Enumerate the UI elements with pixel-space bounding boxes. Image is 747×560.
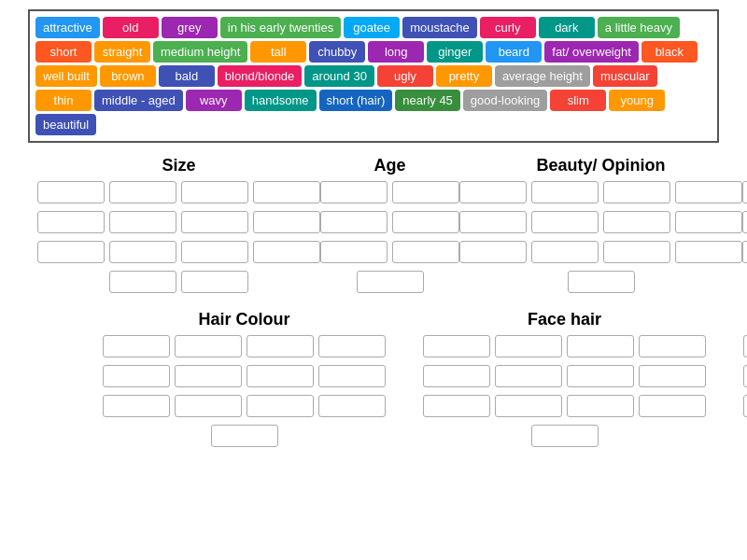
drop-cell[interactable]: [109, 271, 176, 293]
drop-cell[interactable]: [320, 241, 388, 263]
drop-cell[interactable]: [109, 211, 176, 233]
drop-cell[interactable]: [675, 211, 742, 233]
drop-cell[interactable]: [495, 335, 562, 357]
word-chip[interactable]: long: [368, 41, 424, 63]
drop-cell[interactable]: [211, 425, 278, 447]
drop-cell[interactable]: [531, 425, 599, 447]
drop-cell[interactable]: [37, 181, 105, 203]
word-chip[interactable]: tall: [250, 41, 306, 63]
word-chip[interactable]: average height: [495, 65, 590, 87]
word-chip[interactable]: well built: [35, 65, 97, 87]
word-chip[interactable]: beard: [486, 41, 542, 63]
word-chip[interactable]: around 30: [304, 65, 374, 87]
drop-cell[interactable]: [639, 365, 706, 387]
drop-cell[interactable]: [675, 241, 742, 263]
word-chip[interactable]: moustache: [402, 17, 477, 38]
word-chip[interactable]: brown: [100, 65, 156, 87]
word-chip[interactable]: grey: [162, 17, 218, 38]
word-chip[interactable]: young: [609, 90, 665, 111]
word-chip[interactable]: chubby: [309, 41, 365, 63]
drop-cell[interactable]: [639, 335, 706, 357]
drop-cell[interactable]: [603, 211, 670, 233]
drop-cell[interactable]: [568, 271, 635, 293]
drop-cell[interactable]: [109, 241, 176, 263]
drop-cell[interactable]: [603, 181, 670, 203]
drop-cell[interactable]: [318, 335, 386, 357]
word-chip[interactable]: medium height: [153, 41, 247, 63]
drop-cell[interactable]: [247, 365, 314, 387]
drop-cell[interactable]: [459, 181, 527, 203]
drop-cell[interactable]: [175, 365, 242, 387]
word-chip[interactable]: curly: [480, 17, 536, 38]
word-chip[interactable]: thin: [35, 90, 92, 111]
word-chip[interactable]: bald: [159, 65, 215, 87]
word-chip[interactable]: short: [35, 41, 92, 63]
drop-cell[interactable]: [175, 335, 242, 357]
drop-cell[interactable]: [531, 181, 599, 203]
drop-cell[interactable]: [742, 241, 747, 263]
drop-cell[interactable]: [181, 241, 248, 263]
word-chip[interactable]: old: [103, 17, 159, 38]
drop-cell[interactable]: [742, 181, 747, 203]
drop-cell[interactable]: [253, 241, 320, 263]
word-chip[interactable]: ugly: [377, 65, 433, 87]
drop-cell[interactable]: [392, 241, 459, 263]
drop-cell[interactable]: [495, 395, 562, 417]
drop-cell[interactable]: [318, 395, 386, 417]
drop-cell[interactable]: [567, 335, 634, 357]
drop-cell[interactable]: [743, 365, 747, 387]
drop-cell[interactable]: [567, 395, 634, 417]
drop-cell[interactable]: [175, 395, 242, 417]
drop-cell[interactable]: [742, 211, 747, 233]
word-chip[interactable]: blond/blonde: [218, 65, 302, 87]
word-chip[interactable]: slim: [550, 90, 606, 111]
word-chip[interactable]: middle - aged: [94, 90, 183, 111]
drop-cell[interactable]: [423, 335, 490, 357]
drop-cell[interactable]: [743, 335, 747, 357]
drop-cell[interactable]: [247, 395, 314, 417]
drop-cell[interactable]: [495, 365, 562, 387]
word-chip[interactable]: attractive: [35, 17, 100, 38]
drop-cell[interactable]: [37, 211, 105, 233]
word-chip[interactable]: a little heavy: [598, 17, 680, 38]
word-chip[interactable]: beautiful: [35, 114, 96, 135]
drop-cell[interactable]: [603, 241, 670, 263]
drop-cell[interactable]: [531, 241, 599, 263]
word-chip[interactable]: good-looking: [463, 90, 547, 111]
word-chip[interactable]: muscular: [593, 65, 657, 87]
drop-cell[interactable]: [181, 211, 248, 233]
word-chip[interactable]: dark: [539, 17, 595, 38]
word-chip[interactable]: in his early twenties: [220, 17, 341, 38]
drop-cell[interactable]: [181, 271, 248, 293]
word-chip[interactable]: goatee: [344, 17, 400, 38]
drop-cell[interactable]: [639, 395, 706, 417]
word-chip[interactable]: wavy: [186, 90, 242, 111]
drop-cell[interactable]: [423, 365, 490, 387]
drop-cell[interactable]: [103, 335, 170, 357]
drop-cell[interactable]: [459, 241, 527, 263]
word-chip[interactable]: fat/ overweight: [544, 41, 639, 63]
drop-cell[interactable]: [357, 271, 424, 293]
word-chip[interactable]: black: [641, 41, 698, 63]
drop-cell[interactable]: [392, 211, 459, 233]
word-chip[interactable]: pretty: [436, 65, 492, 87]
drop-cell[interactable]: [743, 395, 747, 417]
drop-cell[interactable]: [247, 335, 314, 357]
drop-cell[interactable]: [253, 181, 320, 203]
drop-cell[interactable]: [392, 181, 459, 203]
drop-cell[interactable]: [675, 181, 742, 203]
word-chip[interactable]: nearly 45: [395, 90, 459, 111]
word-chip[interactable]: straight: [94, 41, 150, 63]
drop-cell[interactable]: [531, 211, 599, 233]
drop-cell[interactable]: [253, 211, 320, 233]
word-chip[interactable]: ginger: [427, 41, 483, 63]
drop-cell[interactable]: [320, 211, 388, 233]
drop-cell[interactable]: [459, 211, 527, 233]
drop-cell[interactable]: [318, 365, 386, 387]
drop-cell[interactable]: [103, 365, 170, 387]
drop-cell[interactable]: [320, 181, 388, 203]
drop-cell[interactable]: [567, 365, 634, 387]
drop-cell[interactable]: [103, 395, 170, 417]
word-chip[interactable]: handsome: [245, 90, 317, 111]
drop-cell[interactable]: [423, 395, 490, 417]
